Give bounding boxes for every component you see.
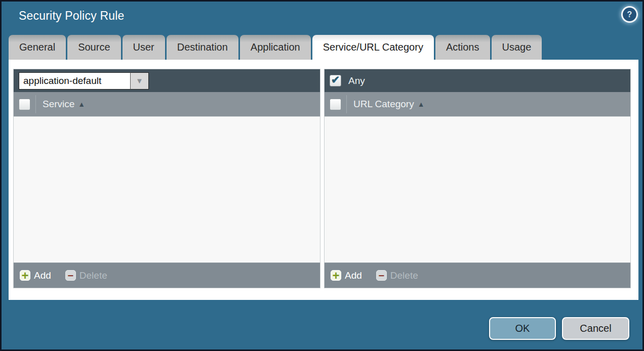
service-type-input[interactable] — [19, 72, 130, 90]
delete-button-label: Delete — [79, 270, 107, 281]
chevron-down-icon: ▼ — [136, 76, 143, 85]
plus-icon: + — [331, 270, 341, 281]
service-type-dropdown-button[interactable]: ▼ — [130, 72, 149, 90]
tab-label: Service/URL Category — [323, 41, 423, 53]
header-divider — [346, 95, 347, 113]
tab-label: Source — [78, 41, 110, 53]
service-add-button[interactable]: + Add — [20, 270, 51, 281]
add-button-label: Add — [34, 270, 51, 281]
header-divider — [35, 95, 36, 113]
service-type-combobox: ▼ — [19, 72, 149, 90]
url-category-add-button[interactable]: + Add — [331, 270, 362, 281]
url-category-table-body[interactable] — [325, 117, 630, 262]
ok-button[interactable]: OK — [489, 317, 556, 340]
checkmark-icon: ✔ — [331, 74, 340, 85]
help-icon-glyph: ? — [627, 10, 632, 19]
service-dropdown-bar: ▼ — [14, 69, 320, 92]
add-button-label: Add — [345, 270, 362, 281]
url-category-select-all-checkbox[interactable] — [330, 99, 341, 110]
service-table-header: Service ▲ — [14, 92, 320, 117]
tab-label: Actions — [446, 41, 479, 53]
tab-source[interactable]: Source — [67, 35, 120, 60]
tab-label: Application — [251, 41, 300, 53]
tab-application[interactable]: Application — [240, 35, 311, 60]
service-table-footer: + Add − Delete — [14, 262, 320, 288]
tab-general[interactable]: General — [9, 35, 66, 60]
service-delete-button[interactable]: − Delete — [65, 270, 107, 281]
service-column-label[interactable]: Service — [43, 99, 74, 110]
any-label: Any — [348, 75, 365, 86]
minus-icon: − — [65, 270, 76, 281]
tab-actions[interactable]: Actions — [435, 35, 490, 60]
tab-label: Usage — [502, 41, 532, 53]
sort-ascending-icon[interactable]: ▲ — [418, 100, 425, 108]
dialog-title: Security Policy Rule — [19, 9, 125, 23]
tab-usage[interactable]: Usage — [492, 35, 542, 60]
tab-service-url-category[interactable]: Service/URL Category — [312, 35, 434, 60]
url-category-column-label[interactable]: URL Category — [353, 99, 414, 110]
tab-label: User — [133, 41, 154, 53]
tab-label: Destination — [177, 41, 228, 53]
plus-icon: + — [20, 270, 30, 281]
service-table-body[interactable] — [14, 117, 320, 262]
tab-bar: General Source User Destination Applicat… — [9, 35, 542, 60]
url-category-any-bar: ✔ Any — [325, 69, 630, 92]
cancel-button[interactable]: Cancel — [562, 317, 629, 340]
url-category-table-footer: + Add − Delete — [325, 262, 630, 288]
security-policy-rule-dialog: Security Policy Rule ? General Source Us… — [0, 0, 644, 351]
service-select-all-checkbox[interactable] — [19, 99, 30, 110]
url-category-table-header: URL Category ▲ — [325, 92, 630, 117]
service-panel: ▼ Service ▲ + Add − Delete — [13, 69, 320, 288]
delete-button-label: Delete — [390, 270, 418, 281]
help-icon[interactable]: ? — [623, 8, 636, 21]
any-checkbox[interactable]: ✔ — [330, 75, 341, 86]
tab-user[interactable]: User — [123, 35, 165, 60]
url-category-delete-button[interactable]: − Delete — [376, 270, 418, 281]
tab-destination[interactable]: Destination — [167, 35, 238, 60]
url-category-panel: ✔ Any URL Category ▲ + Add − Delete — [324, 69, 631, 288]
sort-ascending-icon[interactable]: ▲ — [78, 100, 85, 108]
minus-icon: − — [376, 270, 387, 281]
tab-label: General — [19, 41, 55, 53]
